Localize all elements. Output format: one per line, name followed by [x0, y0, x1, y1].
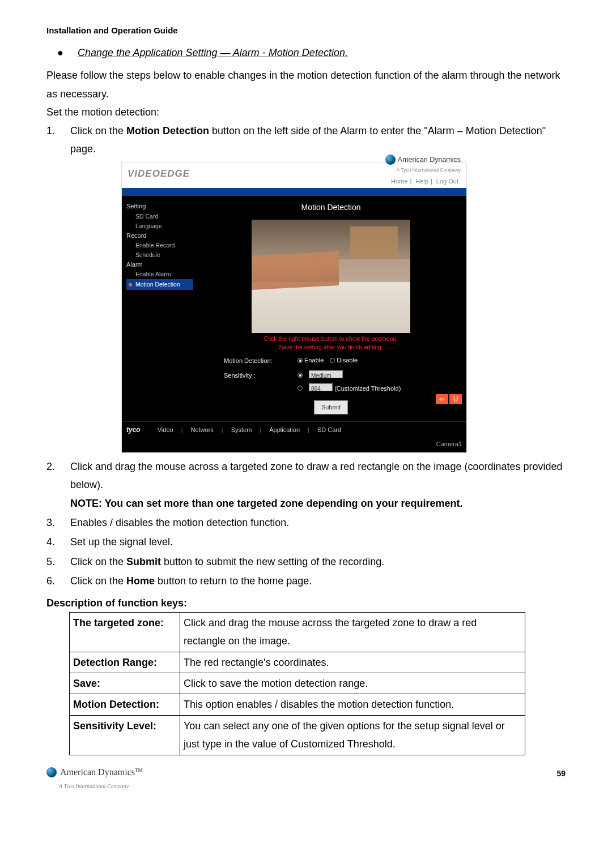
- sidebar-item-schedule[interactable]: Schedule: [126, 250, 193, 260]
- function-key-table: The targeted zone: Click and drag the mo…: [69, 612, 525, 755]
- home-link[interactable]: Home: [391, 178, 407, 185]
- cell-val: Click and drag the mouse across the targ…: [180, 612, 525, 652]
- table-row: Sensitivity Level: You can select any on…: [70, 715, 525, 755]
- step5-bold: Submit: [126, 556, 161, 567]
- camera-preview[interactable]: [252, 220, 410, 333]
- sidebar-item-alarm[interactable]: Alarm: [126, 260, 193, 270]
- footer-brand-name: American DynamicsTM: [60, 764, 142, 781]
- section-title: Change the Application Setting — Alarm -…: [78, 44, 566, 62]
- cell-key: Motion Detection:: [70, 694, 180, 715]
- page-number: 59: [556, 767, 566, 781]
- footer-brand-text: American Dynamics: [60, 767, 135, 777]
- submit-button[interactable]: Submit: [314, 400, 348, 415]
- step5-pre: Click on the: [70, 556, 126, 567]
- brand-name: American Dynamics: [398, 153, 461, 166]
- brand-sub: A Tyco International Company: [385, 166, 461, 174]
- logout-link[interactable]: Log Out: [436, 178, 458, 185]
- nav-back-undo: ⇐ U: [436, 394, 462, 404]
- globe-icon: [385, 155, 396, 165]
- bottom-bar: tyco Video| Network| System| Application…: [122, 421, 466, 438]
- radio-dot-icon: [298, 358, 303, 363]
- sidebar-item-setting[interactable]: Setting: [126, 202, 193, 212]
- sensitivity-select[interactable]: Medium: [309, 370, 343, 378]
- cell-key: Detection Range:: [70, 652, 180, 673]
- undo-button[interactable]: U: [449, 394, 462, 404]
- sidebar-item-sdcard[interactable]: SD Card: [126, 212, 193, 221]
- radio-preset[interactable]: [298, 373, 303, 378]
- step6-post: button to return to the home page.: [155, 575, 312, 587]
- table-row: The targeted zone: Click and drag the mo…: [70, 612, 525, 652]
- step6-bold: Home: [126, 575, 155, 587]
- step2-note: NOTE: You can set more than one targeted…: [70, 498, 462, 509]
- main-panel: Motion Detection Click the right mouse b…: [196, 196, 466, 421]
- sidebar-item-enable-record[interactable]: Enable Record: [126, 241, 193, 250]
- top-links: Home| Help| Log Out: [385, 176, 461, 187]
- desc-title: Description of function keys:: [46, 594, 566, 612]
- arrow-left-icon: ⇐: [439, 394, 445, 406]
- intro-paragraph-1: Please follow the steps below to enable …: [46, 66, 566, 103]
- screenshot-body: Setting SD Card Language Record Enable R…: [122, 196, 466, 421]
- bottom-tab-video[interactable]: Video: [158, 425, 173, 436]
- custom-threshold-text: (Customized Threshold): [334, 385, 401, 392]
- cell-key: The targeted zone:: [70, 612, 180, 652]
- ui-screenshot: VideoEdge American Dynamics A Tyco Inter…: [121, 163, 467, 452]
- step-4: Set up the signal level.: [46, 533, 566, 551]
- radio-dot-icon: [298, 373, 303, 378]
- radio-dot-icon: [298, 386, 303, 391]
- help-link[interactable]: Help: [415, 178, 428, 185]
- hint-line-2: Save the setting after you finish editin…: [201, 344, 461, 352]
- cell-val: You can select any one of the given opti…: [180, 715, 525, 755]
- blue-bar: [122, 188, 466, 196]
- screenshot-header: VideoEdge American Dynamics A Tyco Inter…: [122, 163, 466, 188]
- hint-line-1: Click the right mouse button to show the…: [201, 335, 461, 343]
- radio-enable[interactable]: Enable: [298, 355, 324, 366]
- custom-threshold-input[interactable]: 864: [309, 383, 333, 391]
- sidebar: Setting SD Card Language Record Enable R…: [122, 196, 196, 421]
- step-2: Click and drag the mouse across a target…: [46, 457, 566, 512]
- step2-text: Click and drag the mouse across a target…: [70, 461, 563, 490]
- step-1: Click on the Motion Detection button on …: [46, 122, 566, 453]
- back-button[interactable]: ⇐: [436, 394, 448, 404]
- step1-pre: Click on the: [70, 125, 126, 136]
- radio-dot-icon: [330, 358, 335, 363]
- label-sensitivity: Sensitivity :: [224, 370, 292, 382]
- steps-list: Click on the Motion Detection button on …: [46, 122, 566, 591]
- globe-icon: [46, 767, 57, 777]
- bottom-tab-sdcard[interactable]: SD Card: [317, 425, 341, 436]
- cell-val: The red rectangle's coordinates.: [180, 652, 525, 673]
- step1-bold: Motion Detection: [126, 125, 209, 136]
- table-row: Detection Range: The red rectangle's coo…: [70, 652, 525, 673]
- brand-block: American Dynamics A Tyco International C…: [385, 153, 461, 187]
- row-motion-detection: Motion Detection: Enable Disable: [224, 355, 461, 367]
- panel-title: Motion Detection: [201, 200, 461, 215]
- intro-paragraph-2: Set the motion detection:: [46, 103, 566, 121]
- bottom-tab-application[interactable]: Application: [269, 425, 300, 436]
- radio-enable-label: Enable: [304, 355, 324, 366]
- cell-key: Save:: [70, 673, 180, 694]
- step-6: Click on the Home button to return to th…: [46, 572, 566, 590]
- cell-val: Click to save the motion detection range…: [180, 673, 525, 694]
- page-footer: American DynamicsTM A Tyco International…: [46, 764, 566, 792]
- sidebar-item-language[interactable]: Language: [126, 221, 193, 231]
- bottom-tab-network[interactable]: Network: [190, 425, 213, 436]
- cell-key: Sensitivity Level:: [70, 715, 180, 755]
- sidebar-item-motion-detection[interactable]: Motion Detection: [126, 279, 193, 290]
- step-3: Enables / disables the motion detection …: [46, 514, 566, 532]
- cell-val: This option enables / disables the motio…: [180, 694, 525, 715]
- sidebar-item-enable-alarm[interactable]: Enable Alarm: [126, 270, 193, 279]
- tyco-logo: tyco: [126, 424, 141, 437]
- radio-custom[interactable]: [298, 386, 303, 391]
- table-row: Save: Click to save the motion detection…: [70, 673, 525, 694]
- bottom-tab-system[interactable]: System: [231, 425, 252, 436]
- radio-disable[interactable]: Disable: [330, 355, 358, 366]
- undo-icon: U: [453, 394, 458, 406]
- footer-brand-sub: A Tyco International Company: [59, 781, 142, 792]
- tm-mark: TM: [135, 767, 143, 772]
- sidebar-item-record[interactable]: Record: [126, 231, 193, 241]
- step5-post: button to submit the new setting of the …: [161, 556, 384, 567]
- footer-brand: American DynamicsTM A Tyco International…: [46, 764, 142, 792]
- camera-label: Camera1: [122, 438, 466, 452]
- videoedge-logo: VideoEdge: [128, 165, 190, 183]
- label-motion-detection: Motion Detection:: [224, 356, 292, 367]
- step6-pre: Click on the: [70, 575, 126, 587]
